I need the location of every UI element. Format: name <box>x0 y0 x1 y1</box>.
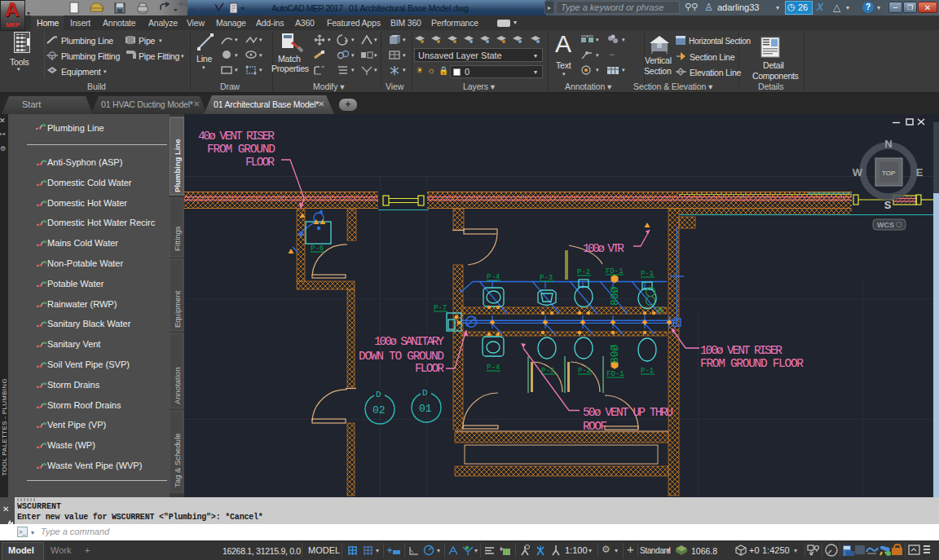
svg-text:N: N <box>884 138 892 150</box>
svg-text:TOOL PALETTES - PLUMBING: TOOL PALETTES - PLUMBING <box>1 378 8 476</box>
svg-text:FROM GROUND: FROM GROUND <box>207 143 276 156</box>
svg-text:80Ø: 80Ø <box>609 286 621 306</box>
svg-text:Tag & Schedule: Tag & Schedule <box>173 433 182 487</box>
svg-text:Fittings: Fittings <box>173 226 182 251</box>
svg-text:DOWN TO GROUND: DOWN TO GROUND <box>359 350 444 363</box>
svg-text:01: 01 <box>419 403 432 415</box>
svg-text:S: S <box>884 199 892 211</box>
svg-text:Annotation: Annotation <box>173 368 182 404</box>
svg-text:100ø SANITARY: 100ø SANITARY <box>374 335 444 348</box>
svg-text:80Ø: 80Ø <box>609 344 621 364</box>
svg-text:W: W <box>853 166 863 179</box>
svg-text:FLOOR: FLOOR <box>415 362 444 375</box>
svg-text:E: E <box>916 166 924 179</box>
svg-text:D: D <box>422 388 428 398</box>
svg-text:100ø VTR: 100ø VTR <box>583 242 624 255</box>
svg-text:40ø VENT RISER: 40ø VENT RISER <box>198 130 275 143</box>
svg-text:50ø VENT UP THRU: 50ø VENT UP THRU <box>583 406 673 419</box>
svg-text:Equipment: Equipment <box>173 290 182 328</box>
svg-text:TOP: TOP <box>882 170 895 177</box>
svg-text:D: D <box>376 390 381 399</box>
svg-text:Plumbing Line: Plumbing Line <box>173 139 182 192</box>
svg-text:100ø VENT RISER: 100ø VENT RISER <box>700 344 782 357</box>
svg-text:FLOOR: FLOOR <box>245 156 275 169</box>
svg-text:FROM GROUND FLOOR: FROM GROUND FLOOR <box>700 357 804 370</box>
svg-text:WCS: WCS <box>877 221 894 229</box>
svg-text:ROOF: ROOF <box>583 420 607 433</box>
svg-text:02: 02 <box>373 404 386 417</box>
